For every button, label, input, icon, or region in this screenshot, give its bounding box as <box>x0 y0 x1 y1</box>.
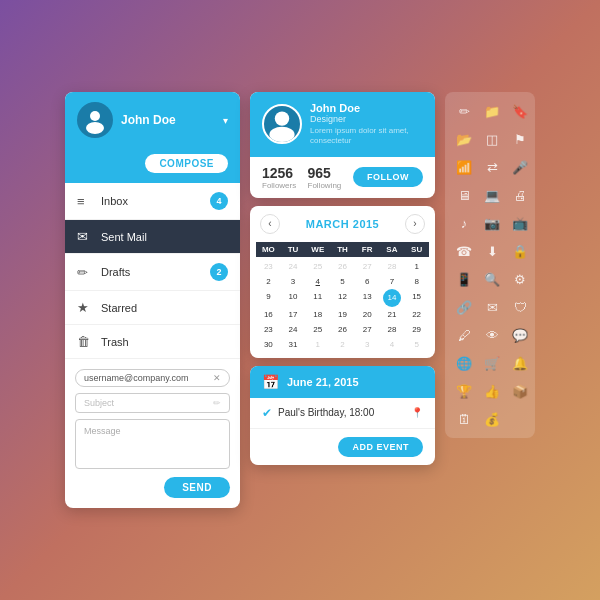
calendar-day[interactable]: 29 <box>404 322 429 337</box>
calendar2-icon[interactable]: 🗓 <box>453 408 475 430</box>
tablet-icon[interactable]: 📱 <box>453 268 475 290</box>
sidebar-item-sent[interactable]: ✉ Sent Mail <box>65 220 240 254</box>
printer-icon[interactable]: 🖨 <box>509 184 531 206</box>
calendar-day[interactable]: 17 <box>281 307 306 322</box>
next-month-button[interactable]: › <box>405 214 425 234</box>
phone-icon[interactable]: ☎ <box>453 240 475 262</box>
calendar-day[interactable]: 15 <box>404 289 429 307</box>
sidebar-item-starred[interactable]: ★ Starred <box>65 291 240 325</box>
share-icon[interactable]: ⇄ <box>481 156 503 178</box>
prev-month-button[interactable]: ‹ <box>260 214 280 234</box>
calendar-day[interactable]: 5 <box>330 274 355 289</box>
calendar-day[interactable]: 18 <box>305 307 330 322</box>
calendar-day[interactable]: 6 <box>355 274 380 289</box>
calendar-day[interactable]: 12 <box>330 289 355 307</box>
calendar-day[interactable]: 30 <box>256 337 281 352</box>
calendar-day[interactable]: 23 <box>256 322 281 337</box>
shield-icon[interactable]: 🛡 <box>509 296 531 318</box>
layers-icon[interactable]: ◫ <box>481 128 503 150</box>
tag-close-icon[interactable]: ✕ <box>213 373 221 383</box>
calendar-day[interactable]: 10 <box>281 289 306 307</box>
search-icon[interactable]: 🔍 <box>481 268 503 290</box>
calendar-day[interactable]: 5 <box>404 337 429 352</box>
calendar-day[interactable]: 26 <box>330 259 355 274</box>
drafts-icon: ✏ <box>77 265 93 280</box>
calendar-day[interactable]: 7 <box>380 274 405 289</box>
cart-icon[interactable]: 🛒 <box>481 352 503 374</box>
pen-icon[interactable]: 🖊 <box>453 324 475 346</box>
profile-bio: Lorem ipsum dolor sit amet, consectetur <box>310 126 423 147</box>
calendar-day[interactable]: 1 <box>305 337 330 352</box>
mic-icon[interactable]: 🎤 <box>509 156 531 178</box>
calendar-day[interactable]: 22 <box>404 307 429 322</box>
trophy-icon[interactable]: 🏆 <box>453 380 475 402</box>
calendar-day[interactable]: 14 <box>383 289 401 307</box>
chevron-down-icon[interactable]: ▾ <box>223 115 228 126</box>
follow-button[interactable]: FOLLOW <box>353 167 423 187</box>
calendar-day[interactable]: 20 <box>355 307 380 322</box>
calendar-day[interactable]: 31 <box>281 337 306 352</box>
edit-icon: ✏ <box>213 398 221 408</box>
folder-icon[interactable]: 📁 <box>481 100 503 122</box>
calendar-day[interactable]: 16 <box>256 307 281 322</box>
calendar-day[interactable]: 11 <box>305 289 330 307</box>
flag-icon[interactable]: ⚑ <box>509 128 531 150</box>
lock-icon[interactable]: 🔒 <box>509 240 531 262</box>
calendar-day[interactable]: 13 <box>355 289 380 307</box>
wifi-icon[interactable]: 📶 <box>453 156 475 178</box>
sidebar-item-drafts[interactable]: ✏ Drafts 2 <box>65 254 240 291</box>
camera-icon[interactable]: 📷 <box>481 212 503 234</box>
edit-icon[interactable]: ✏ <box>453 100 475 122</box>
thumbsup-icon[interactable]: 👍 <box>481 380 503 402</box>
calendar-day[interactable]: 28 <box>380 322 405 337</box>
calendar-day[interactable]: 8 <box>404 274 429 289</box>
send-button[interactable]: SEND <box>164 477 230 498</box>
subject-field[interactable]: Subject ✏ <box>75 393 230 413</box>
sidebar-item-trash[interactable]: 🗑 Trash <box>65 325 240 359</box>
globe-icon[interactable]: 🌐 <box>453 352 475 374</box>
profile-avatar <box>262 104 302 144</box>
calendar-day[interactable]: 3 <box>355 337 380 352</box>
money-icon[interactable]: 💰 <box>481 408 503 430</box>
calendar-day[interactable]: 24 <box>281 322 306 337</box>
calendar-day[interactable]: 21 <box>380 307 405 322</box>
calendar-day[interactable]: 24 <box>281 259 306 274</box>
monitor-icon[interactable]: 🖥 <box>453 184 475 206</box>
calendar-day[interactable]: 19 <box>330 307 355 322</box>
calendar-day[interactable]: 28 <box>380 259 405 274</box>
calendar-day[interactable]: 4 <box>305 274 330 289</box>
chat-icon[interactable]: 💬 <box>509 324 531 346</box>
calendar-day[interactable]: 4 <box>380 337 405 352</box>
calendar-day[interactable]: 2 <box>256 274 281 289</box>
calendar-day[interactable]: 9 <box>256 289 281 307</box>
to-field[interactable]: username@company.com ✕ <box>75 369 230 387</box>
sidebar-item-inbox[interactable]: ≡ Inbox 4 <box>65 183 240 220</box>
laptop-icon[interactable]: 💻 <box>481 184 503 206</box>
calendar-day[interactable]: 23 <box>256 259 281 274</box>
package-icon[interactable]: 📦 <box>509 380 531 402</box>
add-event-button[interactable]: ADD EVENT <box>338 437 423 457</box>
music-icon[interactable]: ♪ <box>453 212 475 234</box>
profile-stats: 1256 Followers 965 Following FOLLOW <box>250 157 435 198</box>
message-field[interactable]: Message <box>75 419 230 469</box>
link-icon[interactable]: 🔗 <box>453 296 475 318</box>
calendar-day[interactable]: 25 <box>305 259 330 274</box>
email-icon[interactable]: ✉ <box>481 296 503 318</box>
tv-icon[interactable]: 📺 <box>509 212 531 234</box>
eye-icon[interactable]: 👁 <box>481 324 503 346</box>
calendar-day[interactable]: 27 <box>355 259 380 274</box>
compose-button[interactable]: COMPOSE <box>145 154 228 173</box>
settings-icon[interactable]: ⚙ <box>509 268 531 290</box>
calendar-day[interactable]: 3 <box>281 274 306 289</box>
calendar-day[interactable]: 26 <box>330 322 355 337</box>
open-folder-icon[interactable]: 📂 <box>453 128 475 150</box>
calendar-day[interactable]: 27 <box>355 322 380 337</box>
compose-section: username@company.com ✕ Subject ✏ Message… <box>65 359 240 508</box>
calendar-day[interactable]: 25 <box>305 322 330 337</box>
download-icon[interactable]: ⬇ <box>481 240 503 262</box>
svg-point-1 <box>86 122 104 134</box>
bell-icon[interactable]: 🔔 <box>509 352 531 374</box>
calendar-day[interactable]: 2 <box>330 337 355 352</box>
bookmark-icon[interactable]: 🔖 <box>509 100 531 122</box>
calendar-day[interactable]: 1 <box>404 259 429 274</box>
